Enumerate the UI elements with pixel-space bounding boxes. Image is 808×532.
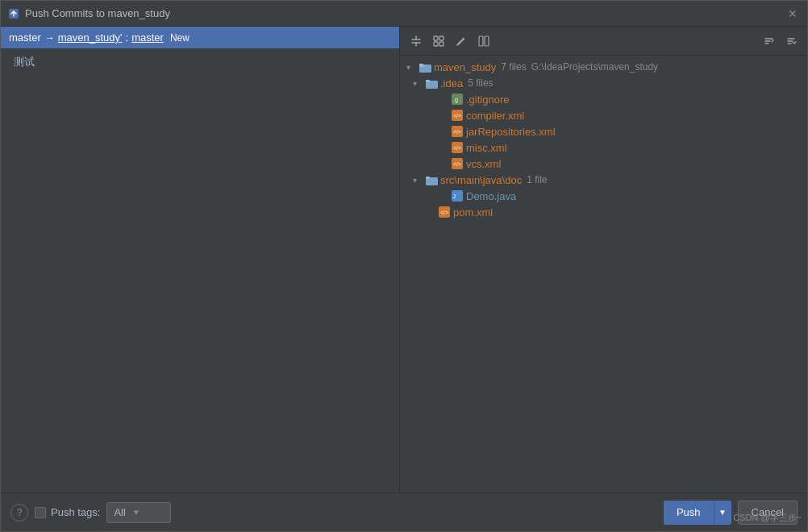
tree-name-misc: misc.xml	[466, 142, 507, 154]
push-commits-dialog: Push Commits to maven_study ✕ master → m…	[0, 0, 808, 532]
left-panel: master → maven_study' : master New 测试	[1, 27, 400, 493]
title-bar: Push Commits to maven_study ✕	[1, 1, 807, 27]
edit-icon[interactable]	[452, 31, 471, 51]
push-button-group: Push ▼	[664, 501, 731, 525]
push-tags-section: Push tags:	[35, 506, 100, 518]
svg-text:</>: </>	[453, 129, 461, 135]
right-toolbar	[400, 27, 807, 56]
branch-repo[interactable]: maven_study'	[58, 31, 123, 44]
title-bar-left: Push Commits to maven_study	[7, 7, 170, 20]
svg-text:</>: </>	[453, 145, 461, 151]
svg-text:</>: </>	[453, 113, 461, 118]
svg-rect-6	[485, 36, 489, 46]
svg-rect-11	[426, 80, 430, 82]
svg-text:J: J	[453, 193, 456, 199]
tree-item-root[interactable]: ▾ maven_study 7 files G:\IdeaProjects\ma…	[400, 59, 807, 75]
tree-meta-root: 7 files	[501, 61, 526, 73]
file-tree: ▾ maven_study 7 files G:\IdeaProjects\ma…	[400, 56, 807, 493]
commit-list: 测试	[1, 48, 399, 493]
svg-rect-3	[434, 42, 438, 46]
jar-xml-icon: </>	[450, 125, 464, 138]
push-button[interactable]: Push	[664, 501, 714, 525]
svg-rect-2	[439, 36, 444, 40]
svg-rect-5	[479, 36, 483, 46]
tree-name-pom: pom.xml	[453, 206, 493, 218]
folder-icon-src	[424, 173, 439, 186]
main-content: master → maven_study' : master New 测试	[1, 27, 807, 493]
expand-icon[interactable]	[406, 31, 426, 51]
branch-arrow: →	[44, 31, 55, 44]
compiler-xml-icon: </>	[450, 109, 464, 122]
tree-meta-src: 1 file	[527, 174, 547, 185]
tree-item-jar[interactable]: </> jarRepositories.xml	[400, 123, 807, 139]
right-panel: ▾ maven_study 7 files G:\IdeaProjects\ma…	[400, 27, 807, 493]
expand-all-icon[interactable]	[781, 31, 801, 51]
tree-name-jar: jarRepositories.xml	[466, 126, 556, 138]
tree-name-src: src\main\java\doc	[440, 174, 522, 186]
svg-rect-9	[419, 64, 423, 66]
tree-item-demo[interactable]: J Demo.java	[400, 188, 807, 204]
tree-name-vcs: vcs.xml	[466, 158, 501, 170]
tree-item-misc[interactable]: </> misc.xml	[400, 139, 807, 156]
toolbar-left	[406, 31, 494, 51]
pom-xml-icon: </>	[437, 206, 452, 218]
vcs-xml-icon: </>	[450, 157, 464, 170]
tree-item-compiler[interactable]: </> compiler.xml	[400, 107, 807, 123]
close-button[interactable]: ✕	[785, 6, 801, 22]
push-tags-checkbox[interactable]	[35, 507, 46, 518]
tree-item-gitignore[interactable]: .g .gitignore	[400, 91, 807, 107]
svg-rect-4	[439, 42, 444, 46]
tree-name-root: maven_study	[434, 61, 496, 73]
toolbar-right	[759, 31, 801, 51]
layout-icon[interactable]	[429, 31, 448, 51]
tree-arrow-idea: ▾	[413, 79, 424, 88]
commit-item[interactable]: 测试	[1, 52, 399, 73]
push-tags-label: Push tags:	[51, 506, 100, 518]
gitignore-icon: .g	[450, 93, 464, 106]
branch-to[interactable]: master	[131, 31, 164, 44]
tree-item-src[interactable]: ▾ src\main\java\doc 1 file	[400, 172, 807, 188]
svg-rect-23	[426, 177, 430, 179]
branch-from: master	[9, 31, 41, 44]
tree-name-gitignore: .gitignore	[466, 94, 509, 106]
svg-text:</>: </>	[453, 161, 461, 167]
help-button[interactable]: ?	[10, 504, 28, 522]
tree-arrow-src: ▾	[413, 176, 424, 185]
tree-name-idea: .idea	[440, 77, 463, 89]
misc-xml-icon: </>	[450, 141, 464, 154]
java-icon: J	[450, 189, 464, 202]
branch-colon: :	[126, 31, 129, 44]
svg-rect-1	[434, 36, 438, 40]
push-dropdown-button[interactable]: ▼	[714, 501, 731, 525]
tags-dropdown[interactable]: All ▼	[106, 502, 171, 523]
dropdown-arrow-icon: ▼	[132, 508, 140, 517]
folder-icon-idea	[424, 77, 439, 89]
new-badge: New	[170, 32, 190, 44]
dialog-title: Push Commits to maven_study	[25, 7, 170, 19]
push-dropdown-arrow-icon: ▼	[718, 508, 727, 517]
svg-text:</>: </>	[440, 210, 448, 215]
collapse-all-icon[interactable]	[759, 31, 778, 51]
tree-item-pom[interactable]: </> pom.xml	[400, 204, 807, 220]
watermark: CSDN @字三步~	[733, 512, 802, 524]
push-icon	[7, 7, 20, 20]
tree-item-idea[interactable]: ▾ .idea 5 files	[400, 75, 807, 91]
tree-name-compiler: compiler.xml	[466, 110, 524, 122]
bottom-bar: ? Push tags: All ▼ Push ▼ Cancel	[1, 493, 807, 531]
diff-icon[interactable]	[474, 31, 494, 51]
branch-row[interactable]: master → maven_study' : master New	[1, 27, 399, 48]
tags-option: All	[114, 506, 125, 518]
svg-text:.g: .g	[453, 97, 458, 103]
tree-arrow-root: ▾	[406, 63, 418, 72]
tree-meta-idea: 5 files	[468, 77, 493, 89]
folder-icon-root	[418, 60, 432, 73]
tree-name-demo: Demo.java	[466, 190, 516, 202]
tree-item-vcs[interactable]: </> vcs.xml	[400, 156, 807, 172]
tree-path-root: G:\IdeaProjects\maven_study	[531, 61, 658, 73]
